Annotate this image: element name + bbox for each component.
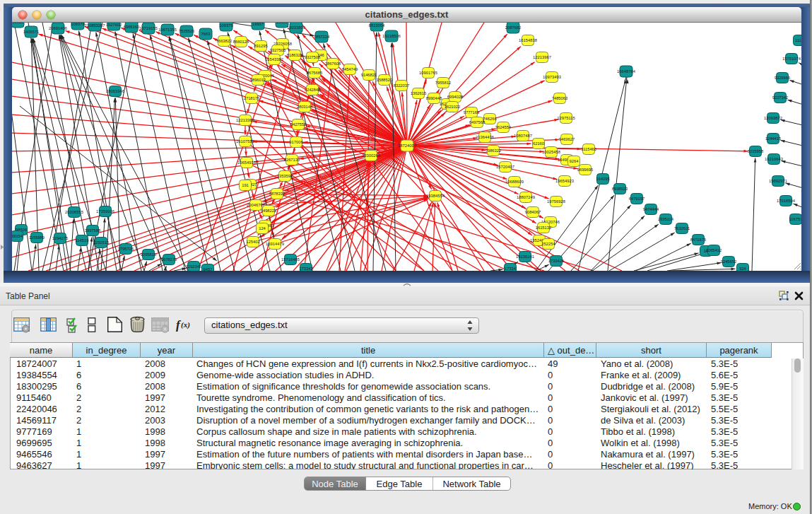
svg-text:1244415: 1244415 [765, 136, 782, 141]
svg-text:7485063: 7485063 [552, 96, 568, 100]
svg-text:2935114: 2935114 [658, 217, 674, 221]
svg-text:16210643: 16210643 [765, 157, 783, 161]
svg-text:8186328: 8186328 [287, 53, 303, 57]
svg-text:8878332: 8878332 [269, 192, 286, 196]
svg-text:191: 191 [242, 183, 249, 187]
svg-text:19756928: 19756928 [547, 199, 565, 204]
svg-text:9896012: 9896012 [250, 78, 266, 82]
svg-text:1112: 1112 [795, 38, 801, 42]
svg-text:15692971: 15692971 [769, 179, 787, 183]
svg-text:2718176: 2718176 [244, 96, 260, 100]
svg-text:1292346: 1292346 [186, 264, 202, 269]
svg-text:173342: 173342 [299, 267, 312, 271]
svg-text:9264: 9264 [570, 159, 579, 163]
svg-text:16107553: 16107553 [236, 139, 254, 144]
svg-text:16154838: 16154838 [519, 38, 537, 42]
svg-text:14136141: 14136141 [516, 255, 534, 259]
svg-text:18724007: 18724007 [398, 144, 416, 148]
svg-text:210853267: 210853267 [84, 23, 105, 28]
svg-text:17359936: 17359936 [96, 209, 114, 214]
svg-text:19384554: 19384554 [426, 194, 445, 198]
svg-text:28053346: 28053346 [106, 89, 124, 93]
svg-text:8215958: 8215958 [748, 149, 764, 153]
svg-text:164095: 164095 [596, 177, 609, 181]
svg-text:10719155: 10719155 [139, 26, 158, 30]
svg-text:1621022: 1621022 [445, 105, 461, 109]
svg-text:15716485: 15716485 [281, 257, 300, 262]
svg-text:9463627: 9463627 [559, 137, 575, 141]
svg-text:20046766: 20046766 [247, 203, 265, 207]
svg-text:9115460: 9115460 [581, 147, 596, 151]
svg-text:10973493: 10973493 [543, 75, 561, 79]
svg-text:1294275: 1294275 [52, 236, 69, 240]
svg-text:1362615: 1362615 [411, 91, 427, 95]
svg-text:6497568: 6497568 [469, 120, 486, 124]
svg-text:15751074: 15751074 [782, 57, 801, 61]
svg-text:9227342: 9227342 [772, 95, 789, 100]
svg-text:19654923: 19654923 [555, 179, 574, 183]
svg-text:12093872: 12093872 [764, 116, 782, 120]
svg-text:124: 124 [259, 226, 266, 230]
svg-text:8454749: 8454749 [342, 67, 358, 71]
svg-text:7515526: 7515526 [179, 29, 195, 33]
svg-text:16033809: 16033809 [287, 25, 305, 30]
svg-text:8267130: 8267130 [284, 158, 300, 162]
svg-text:1250515: 1250515 [93, 240, 110, 245]
svg-text:8427552: 8427552 [290, 122, 307, 127]
svg-text:9457: 9457 [204, 267, 213, 271]
svg-text:10671355: 10671355 [158, 28, 177, 32]
svg-text:1065412: 1065412 [706, 248, 722, 252]
svg-text:3624554: 3624554 [495, 125, 512, 129]
svg-text:10654935: 10654935 [237, 160, 256, 165]
svg-text:12975115: 12975115 [557, 116, 575, 120]
svg-text:1527602: 1527602 [106, 23, 122, 27]
svg-text:252254: 252254 [541, 242, 555, 246]
svg-text:20206555: 20206555 [65, 210, 83, 214]
svg-text:1405571: 1405571 [23, 30, 40, 34]
svg-text:9777169: 9777169 [464, 110, 480, 115]
svg-text:891295: 891295 [254, 44, 267, 48]
svg-text:3675685: 3675685 [307, 71, 323, 75]
svg-text:7955812: 7955812 [435, 81, 452, 85]
svg-text:10901765: 10901765 [419, 71, 437, 75]
svg-text:19218506: 19218506 [382, 34, 401, 38]
svg-text:12213967: 12213967 [533, 55, 551, 59]
svg-text:9084067: 9084067 [525, 210, 541, 214]
svg-text:6498222: 6498222 [261, 209, 277, 213]
svg-text:1678275: 1678275 [161, 257, 177, 262]
svg-text:7663: 7663 [201, 32, 211, 36]
svg-text:16914479: 16914479 [266, 242, 284, 246]
svg-text:917006: 917006 [289, 140, 302, 144]
svg-text:9327508: 9327508 [305, 55, 321, 59]
svg-text:95018: 95018 [12, 23, 23, 24]
svg-text:9245652: 9245652 [721, 259, 737, 264]
svg-text:1155689: 1155689 [29, 235, 45, 240]
svg-text:1095810: 1095810 [141, 252, 157, 257]
svg-text:7986322: 7986322 [486, 148, 502, 153]
svg-text:17334: 17334 [505, 267, 517, 271]
svg-text:1353594: 1353594 [277, 174, 293, 178]
svg-text:9474444: 9474444 [643, 207, 659, 211]
svg-text:9327505: 9327505 [270, 48, 286, 52]
svg-text:2803144: 2803144 [297, 105, 313, 109]
svg-text:21364436: 21364436 [476, 135, 494, 139]
svg-text:15720407: 15720407 [496, 165, 514, 169]
svg-text:7632621: 7632621 [674, 226, 690, 230]
svg-text:19937: 19937 [252, 23, 264, 26]
svg-text:8813054: 8813054 [369, 23, 385, 28]
svg-text:39154: 39154 [12, 234, 23, 238]
svg-text:62160: 62160 [533, 141, 544, 146]
svg-text:7663822: 7663822 [216, 39, 233, 43]
svg-text:6994028: 6994028 [447, 95, 464, 99]
svg-text:8990448: 8990448 [426, 96, 442, 100]
svg-text:924: 924 [739, 267, 746, 271]
svg-text:9329966: 9329966 [775, 76, 791, 80]
svg-text:8660124: 8660124 [233, 40, 249, 44]
svg-text:18807249: 18807249 [517, 195, 535, 199]
svg-text:16543382: 16543382 [265, 57, 283, 62]
svg-text:1615132: 1615132 [536, 226, 552, 230]
svg-text:8938923: 8938923 [612, 187, 628, 191]
svg-text:10807487: 10807487 [514, 134, 532, 138]
svg-text:9699695: 9699695 [577, 168, 594, 172]
svg-text:(x): (x) [181, 320, 190, 329]
